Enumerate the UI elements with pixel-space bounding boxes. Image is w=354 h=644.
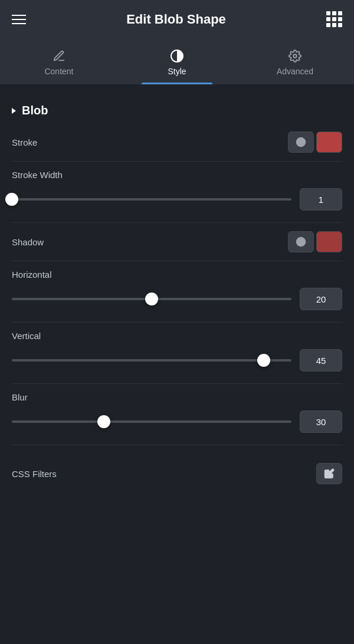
tab-advanced[interactable]: Advanced [236,44,354,84]
collapse-arrow-icon[interactable] [12,108,16,114]
shadow-global-btn[interactable] [288,231,314,252]
style-icon [170,49,184,63]
vertical-input[interactable]: 45 [300,349,342,372]
css-filters-label: CSS Filters [12,469,57,479]
separator-3 [12,261,342,261]
blur-thumb[interactable] [97,415,110,428]
shadow-row: Shadow [12,231,342,252]
shadow-color-control [288,231,342,252]
stroke-label: Stroke [12,137,37,147]
vertical-label: Vertical [12,331,342,341]
vertical-thumb[interactable] [257,354,270,367]
horizontal-section: Horizontal 20 [12,270,342,310]
blur-track [12,420,291,423]
header: Edit Blob Shape [0,0,354,38]
tab-advanced-label: Advanced [277,67,313,76]
section-heading: Blob [12,104,342,117]
tabs-bar: Content Style Advanced [0,38,354,84]
horizontal-label: Horizontal [12,270,342,280]
stroke-width-track [12,198,291,201]
stroke-color-swatch[interactable] [316,132,342,153]
content-area: Blob Stroke Stroke Width 1 [0,86,354,496]
horizontal-track [12,298,291,300]
separator-5 [12,383,342,384]
vertical-section: Vertical 45 [12,331,342,372]
stroke-width-section: Stroke Width 1 [12,170,342,211]
stroke-width-slider-wrapper [12,193,291,205]
horizontal-input[interactable]: 20 [300,288,342,310]
stroke-color-control [288,132,342,153]
vertical-slider-row: 45 [12,349,342,372]
svg-point-1 [293,54,297,58]
stroke-width-thumb[interactable] [5,193,18,206]
css-filters-edit-btn[interactable] [316,463,342,484]
tab-content-label: Content [44,67,73,76]
vertical-slider-wrapper [12,354,291,366]
blur-label: Blur [12,392,342,402]
section-title: Blob [22,104,48,117]
stroke-row: Stroke [12,132,342,153]
menu-icon[interactable] [12,15,26,24]
stroke-width-label: Stroke Width [12,170,342,180]
content-icon [52,49,66,63]
stroke-global-btn[interactable] [288,132,314,153]
shadow-label: Shadow [12,237,44,247]
tab-style-label: Style [168,67,186,76]
advanced-icon [288,49,302,63]
separator-4 [12,322,342,323]
vertical-track [12,359,291,362]
tab-content[interactable]: Content [0,44,118,84]
horizontal-thumb[interactable] [145,293,158,305]
stroke-width-slider-row: 1 [12,188,342,211]
blur-slider-wrapper [12,416,291,428]
separator-2 [12,222,342,223]
page-title: Edit Blob Shape [126,12,226,27]
css-filters-row: CSS Filters [12,463,342,484]
grid-menu-icon[interactable] [326,11,342,27]
shadow-color-swatch[interactable] [316,231,342,252]
blur-section: Blur 30 [12,392,342,433]
blur-slider-row: 30 [12,410,342,433]
horizontal-slider-wrapper [12,293,291,305]
horizontal-slider-row: 20 [12,288,342,310]
separator-6 [12,445,342,445]
tab-style[interactable]: Style [118,44,236,84]
blur-input[interactable]: 30 [300,410,342,433]
separator-1 [12,161,342,162]
stroke-width-input[interactable]: 1 [300,188,342,211]
